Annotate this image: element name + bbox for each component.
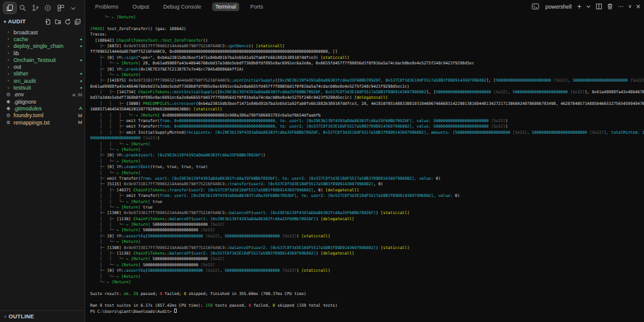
folder-chevron-icon: › <box>5 57 12 63</box>
terminal-controls: powershell + ⋯ ∨ × <box>532 3 640 10</box>
terminal-line: 0x61ad9988fa43e48646760ebd37a3dde5ebdf73… <box>90 84 644 90</box>
run-debug-icon[interactable] <box>42 2 54 13</box>
tree-item-out[interactable]: ›out <box>0 63 85 70</box>
tree-item-label: cache <box>13 36 78 42</box>
tree-item-onchain-testsuit[interactable]: ›Onchain_Testsuit● <box>0 56 85 63</box>
terminal-line: │ │ └─ ← [Return] 5000000000000000000000… <box>90 222 644 228</box>
terminal-line: │ │ └─ ← [Return] <box>90 142 644 147</box>
vscode-window: ▾ AUDIT <box>0 0 644 322</box>
terminal-line: Suite result: ok. 29 passed; 0 failed; 0… <box>90 291 644 297</box>
terminal-line <box>90 297 644 302</box>
tree-item-gitmodules[interactable]: ◆.gitmodulesA <box>0 105 85 112</box>
terminal-line: ├─ emit Transfer(from: user1: [0x29E3b13… <box>90 176 644 182</box>
tree-item-foundry-toml[interactable]: ⚙foundry.tomlM <box>0 112 85 119</box>
explorer-section-header[interactable]: ▾ AUDIT <box>0 16 85 27</box>
terminal-profile-chevron-icon[interactable] <box>586 4 591 9</box>
sidebar: ▾ AUDIT <box>0 0 85 322</box>
terminal-line: │ ├─ [4937] ChainFiTokens::transfer(user… <box>90 188 644 193</box>
tab-problems[interactable]: Problems <box>92 2 121 11</box>
git-status-badge: ● <box>80 58 82 62</box>
terminal-line: │ │ ├─ emit InitialSupplyMinted(recipien… <box>90 130 644 136</box>
terminal-line: │ ├─ [1136] ChainFiTokens::balanceOf(use… <box>90 217 644 222</box>
git-file-icon: ◆ <box>5 105 12 111</box>
tree-item-label: .env <box>13 91 71 98</box>
terminal-line: │ │ ├─ emit Transfer(from: 0x00000000000… <box>90 118 644 124</box>
terminal-line: ├─ [0] VM::prank(user1: [0x29E3b139f4393… <box>90 153 644 158</box>
git-status-badge: M <box>78 120 82 125</box>
terminal-line: Ran 8 test suites in 6.17s (857.42ms CPU… <box>90 303 644 309</box>
chevron-down-icon: ▾ <box>4 19 6 25</box>
file-tree: ›broadcast›cache●›deploy_single_chain●›l… <box>0 29 85 126</box>
tree-item-testsuit[interactable]: ›testsuit● <box>0 84 85 91</box>
terminal-line: ├─ [0] VM::sign("<pk>", 0xb4a23015db3bee… <box>90 55 644 61</box>
tab-terminal[interactable]: Terminal <box>212 2 239 11</box>
tree-item-label: .gitmodules <box>13 105 77 112</box>
tree-item-remappings-txt[interactable]: ≣remappings.txtM <box>0 119 85 126</box>
folder-chevron-icon: › <box>5 29 12 35</box>
terminal-line: │ │ ├─ emit Transfer(from: user1: [0x29E… <box>90 193 644 199</box>
terminal-line: │ └─ ← [Return] <box>90 147 644 153</box>
kill-terminal-trash-icon[interactable] <box>607 3 613 10</box>
panel-maximize-chevron-icon[interactable]: ∨ <box>628 4 632 9</box>
tree-item-label: src_audit <box>13 78 78 84</box>
split-terminal-icon[interactable] <box>596 3 602 10</box>
tab-debug-console[interactable]: Debug Console <box>160 2 204 11</box>
tree-item-label: Onchain_Testsuit <box>13 57 78 63</box>
gear-icon: ⚙ <box>5 113 12 118</box>
more-views-chevron-icon[interactable] <box>67 2 80 13</box>
terminal-line: ├─ [0] VM::assertEq(50000000000000000000… <box>90 268 644 274</box>
new-file-icon[interactable] <box>45 18 52 25</box>
terminal-line: ├─ [0] VM::expectEmit(true, true, true, … <box>90 164 644 170</box>
terminal-output[interactable]: └─ ← [Return] [PASS] test_ZeroTransfer()… <box>85 13 644 322</box>
tree-item-deploy-single-chain[interactable]: ›deploy_single_chain● <box>0 43 85 50</box>
panel-tabs: ProblemsOutputDebug ConsoleTerminalPorts <box>92 2 532 11</box>
gear-icon: ⚙ <box>5 92 12 98</box>
terminal-line: ├─ [0] VM::assertEq(50000000000000000000… <box>90 234 644 239</box>
source-control-icon[interactable] <box>29 2 42 13</box>
tree-item-cache[interactable]: ›cache● <box>0 36 85 42</box>
tab-output[interactable]: Output <box>129 2 152 11</box>
search-icon[interactable] <box>17 2 29 13</box>
tab-ports[interactable]: Ports <box>247 2 266 11</box>
terminal-line: [PASS] test_ZeroTransfer() (gas: 188642) <box>90 26 644 32</box>
git-status-badge: A <box>79 105 82 111</box>
terminal-line: │ ├─ [141734] ChainFiTokens::mintInitial… <box>90 90 644 95</box>
git-status-badge: ● <box>80 79 82 83</box>
terminal-line: └─ ← [Return] <box>90 15 644 20</box>
tree-item-broadcast[interactable]: ›broadcast <box>0 29 85 36</box>
explorer-icon[interactable] <box>4 2 16 13</box>
git-status-badge: ● <box>80 44 82 48</box>
terminal-line <box>90 285 644 291</box>
terminal-line: ├─ [5115] 0x9e9733817ff70965214A4da0E790… <box>90 182 644 187</box>
outline-title: OUTLINE <box>9 313 34 320</box>
terminal-line: Traces: <box>90 32 644 37</box>
new-terminal-button[interactable]: + <box>577 3 581 10</box>
folder-chevron-icon: › <box>5 85 12 91</box>
tree-item-slither[interactable]: ›slither● <box>0 71 85 77</box>
terminal-line: │ │ └─ ← [Return] 5000000000000000000000… <box>90 256 644 262</box>
terminal-line: │ └─ ← [Return] 28, 0x61ad9988fa43e48646… <box>90 61 644 66</box>
tree-item-src-audit[interactable]: ›src_audit● <box>0 77 85 84</box>
tree-item-env[interactable]: ⚙.env⌀, M <box>0 91 85 98</box>
git-status-badge: ⌀, M <box>72 92 82 98</box>
tree-item-label: remappings.txt <box>13 120 76 126</box>
explorer-title: AUDIT <box>8 18 45 25</box>
panel-close-icon[interactable]: × <box>636 3 640 10</box>
folder-chevron-icon: › <box>5 78 12 83</box>
extensions-icon[interactable] <box>55 2 67 13</box>
terminal-line: │ ├─ [1136] ChainFiTokens::balanceOf(use… <box>90 251 644 256</box>
folder-chevron-icon: › <box>5 36 12 42</box>
tree-item-gitignore[interactable]: ◆.gitignore <box>0 98 85 105</box>
tree-item-label: slither <box>13 71 78 77</box>
terminal-line: │ │ ├─ [3000] PRECOMPILES::ecrecover(0xb… <box>90 101 644 107</box>
tree-item-lib[interactable]: ›lib <box>0 50 85 56</box>
tree-item-label: testsuit <box>13 85 78 91</box>
refresh-icon[interactable] <box>64 18 71 25</box>
panel-more-actions-icon[interactable]: ⋯ <box>618 4 624 10</box>
terminal-line: │ │ ├─ emit Transfer(from: 0x00000000000… <box>90 124 644 129</box>
new-folder-icon[interactable] <box>55 18 61 25</box>
tree-item-label: deploy_single_chain <box>13 43 78 49</box>
outline-section-header[interactable]: › OUTLINE <box>0 310 85 322</box>
folder-chevron-icon: › <box>5 44 12 49</box>
collapse-all-icon[interactable] <box>74 18 81 25</box>
